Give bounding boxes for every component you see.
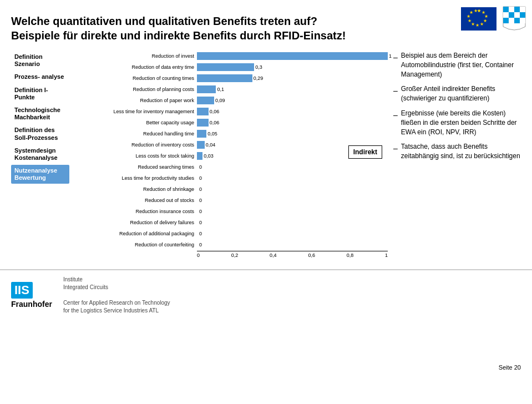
chart-row-13: Reduced out of stocks0 [75, 195, 388, 205]
chart-value-5: 0,06 [209, 109, 220, 114]
eu-flag-icon: ★ ★ ★ ★ ★ ★ ★ ★ ★ ★ ★ ★ [461, 7, 496, 31]
chart-row-7: Reduced handling time0,05 [75, 129, 388, 139]
bullet-dash-1: – [393, 85, 398, 103]
sidebar: Definition SzenarioProzess- analyseDefin… [11, 51, 69, 258]
svg-text:★: ★ [468, 18, 472, 23]
svg-rect-24 [520, 18, 525, 23]
chart-bar-area-0: 1 [197, 52, 388, 60]
bullet-dash-2: – [393, 109, 398, 137]
chart-bar-fill-7 [197, 130, 206, 138]
chart-row-15: Reduction of delivery failures0 [75, 218, 388, 228]
chart-value-14: 0 [198, 209, 202, 214]
chart-bar-area-13: 0 [197, 196, 388, 204]
chart-bar-area-4: 0,09 [197, 97, 388, 104]
svg-rect-18 [509, 12, 514, 18]
chart-bar-area-7: 0,05 [197, 130, 388, 138]
chart-bar-fill-3 [197, 85, 216, 93]
bullet-text-0: Beispiel aus dem Bereich der Automobilin… [401, 51, 521, 79]
svg-rect-23 [514, 18, 520, 23]
chart-bar-area-1: 0,3 [197, 63, 388, 71]
bars-container: Reduction of invest1Reduction of data en… [75, 51, 388, 250]
svg-rect-16 [520, 7, 525, 12]
svg-rect-22 [509, 18, 514, 23]
x-axis-labels: 0 0,2 0,4 0,6 0,8 1 [197, 252, 388, 258]
chart-label-8: Reduction of inventory costs [75, 142, 197, 148]
chart-row-2: Reduction of counting times0,29 [75, 73, 388, 83]
svg-rect-17 [503, 12, 509, 18]
sidebar-item-1: Prozess- analyse [11, 71, 69, 83]
chart-bar-area-16: 0 [197, 230, 388, 238]
chart-label-13: Reduced out of stocks [75, 198, 197, 204]
page-number: Seite 20 [499, 364, 521, 371]
fraunhofer-logo: IIS Fraunhofer [11, 282, 52, 309]
sidebar-item-5: Systemdesign Kostenanalyse [11, 145, 69, 164]
chart-bar-fill-1 [197, 63, 254, 71]
chart-value-10: 0 [198, 164, 202, 170]
chart-bar-fill-4 [197, 97, 214, 104]
chart-value-11: 0 [198, 175, 202, 181]
fraunhofer-text: Fraunhofer [11, 300, 52, 309]
chart-label-6: Better capacity usage [75, 120, 197, 126]
indirekt-label: Indirekt [348, 145, 382, 159]
chart-label-15: Reduction of delivery failures [75, 220, 197, 226]
chart-bar-fill-9 [197, 152, 202, 160]
sidebar-item-4: Definition des Soll-Prozesses [11, 124, 69, 143]
right-text-panel: –Beispiel aus dem Bereich der Automobili… [393, 51, 521, 258]
chart-bar-fill-8 [197, 141, 205, 149]
chart-bar-fill-0 [197, 52, 388, 60]
bullet-dash-3: – [393, 143, 398, 161]
svg-rect-20 [520, 12, 525, 18]
chart-bar-area-12: 0 [197, 185, 388, 193]
chart-value-8: 0,04 [205, 142, 216, 148]
chart-bar-area-17: 0 [197, 241, 388, 249]
chart-row-16: Reduction of additional packaging0 [75, 229, 388, 239]
chart-value-4: 0,09 [214, 98, 225, 103]
chart-value-17: 0 [198, 242, 202, 248]
chart-label-17: Reduction of counterfeiting [75, 242, 197, 248]
top-logos: ★ ★ ★ ★ ★ ★ ★ ★ ★ ★ ★ ★ [461, 4, 528, 33]
chart-row-6: Better capacity usage0,06 [75, 118, 388, 128]
chart-bar-area-5: 0,06 [197, 108, 388, 115]
chart-bar-area-10: 0 [197, 163, 388, 171]
bullet-text-1: Großer Anteil indirekter Benefits (schwi… [401, 84, 521, 103]
chart-label-10: Reduced searching times [75, 164, 197, 170]
chart-row-9: Less costs for stock taking0,03 [75, 151, 388, 161]
svg-rect-14 [509, 7, 514, 12]
chart-bar-area-15: 0 [197, 219, 388, 226]
chart-bar-area-14: 0 [197, 208, 388, 215]
sidebar-item-2: Definition I-Punkte [11, 84, 69, 103]
title-section: Welche quantitativen und qualitativen Be… [11, 14, 521, 43]
svg-text:★: ★ [471, 22, 475, 27]
svg-rect-21 [503, 18, 509, 23]
bullet-item-3: –Tatsache, dass auch Benefits zeitabhäng… [393, 142, 521, 161]
chart-value-6: 0,06 [209, 120, 220, 125]
chart-label-1: Reduction of data entry time [75, 64, 197, 70]
svg-rect-19 [514, 12, 520, 18]
bullet-text-3: Tatsache, dass auch Benefits zeitabhängi… [401, 142, 521, 161]
chart-row-12: Reduction of shrinkage0 [75, 184, 388, 194]
chart-value-1: 0,3 [254, 64, 262, 70]
page-title: Welche quantitativen und qualitativen Be… [11, 14, 521, 43]
chart-row-11: Less time for productivity studies0 [75, 173, 388, 183]
bavaria-logo-icon [501, 4, 528, 33]
chart-label-12: Reduction of shrinkage [75, 186, 197, 193]
chart-bar-area-3: 0,1 [197, 85, 388, 93]
chart-label-16: Reduction of additional packaging [75, 231, 197, 237]
chart-row-5: Less time for inventory management0,06 [75, 107, 388, 117]
chart-bar-fill-2 [197, 74, 252, 82]
bullet-item-1: –Großer Anteil indirekter Benefits (schw… [393, 84, 521, 103]
sidebar-item-6: Nutzenanalyse Bewertung [11, 165, 69, 184]
chart-bar-area-6: 0,06 [197, 119, 388, 127]
chart-value-2: 0,29 [252, 75, 264, 81]
chart-value-12: 0 [198, 186, 202, 192]
chart-row-0: Reduction of invest1 [75, 51, 388, 61]
chart-container: Reduction of invest1Reduction of data en… [75, 51, 388, 258]
svg-text:★: ★ [475, 23, 479, 28]
chart-row-10: Reduced searching times0 [75, 162, 388, 172]
chart-row-17: Reduction of counterfeiting0 [75, 240, 388, 250]
chart-label-2: Reduction of counting times [75, 75, 197, 82]
bullet-item-2: –Ergebnisse (wie bereits die Kosten) fli… [393, 109, 521, 137]
chart-row-1: Reduction of data entry time0,3 [75, 62, 388, 72]
chart-bar-fill-6 [197, 119, 209, 127]
chart-wrapper: Reduction of invest1Reduction of data en… [75, 51, 388, 258]
